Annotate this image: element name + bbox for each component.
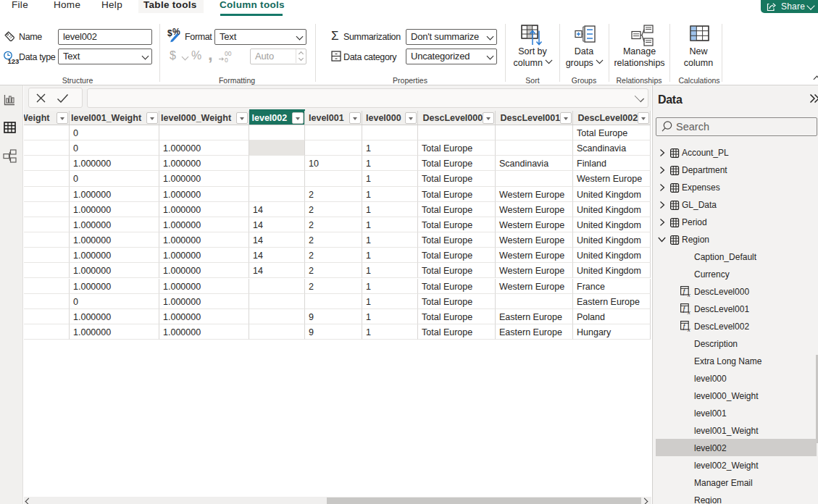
- svg-text:x: x: [687, 309, 690, 315]
- svg-text:$: $: [167, 28, 172, 38]
- svg-text:123: 123: [8, 57, 20, 65]
- svg-text:x: x: [687, 292, 690, 298]
- svg-text:0: 0: [225, 56, 228, 64]
- svg-text:x: x: [687, 327, 690, 332]
